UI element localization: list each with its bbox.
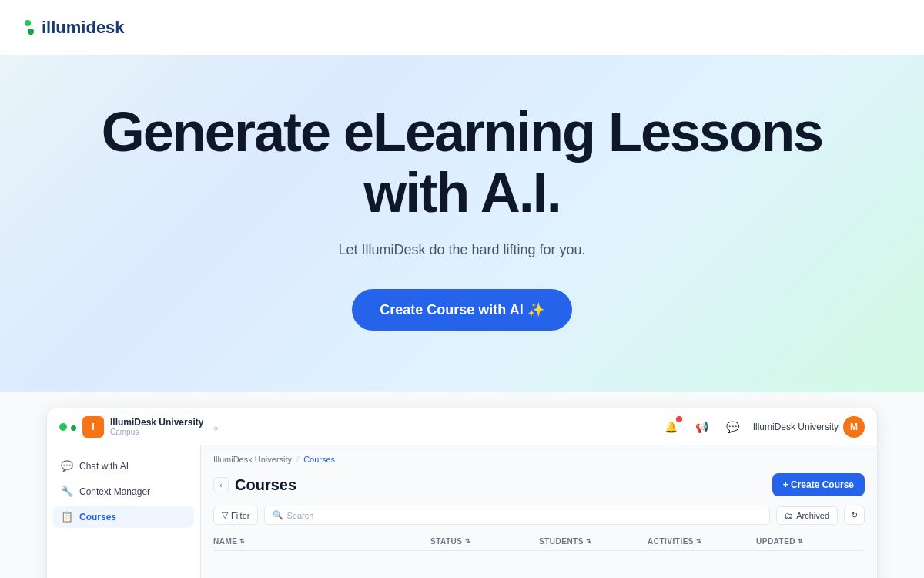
logo-text: illumidesk xyxy=(42,18,125,38)
create-course-hero-button[interactable]: Create Course with AI ✨ xyxy=(352,289,571,331)
app-topbar-left: I IllumiDesk University Campus ⬦ xyxy=(59,416,219,438)
user-area: IllumiDesk University M xyxy=(753,416,865,438)
app-body: 💬 Chat with AI 🔧 Context Manager 📋 Cours… xyxy=(47,445,877,578)
breadcrumb: IllumiDesk University / Courses xyxy=(213,455,865,464)
context-icon: 🔧 xyxy=(61,486,73,497)
filter-label: Filter xyxy=(231,511,249,520)
notifications-button[interactable]: 🔔 xyxy=(661,416,682,438)
breadcrumb-root: IllumiDesk University xyxy=(213,455,292,464)
create-course-button[interactable]: + Create Course xyxy=(772,473,865,496)
filter-button[interactable]: ▽ Filter xyxy=(213,506,258,525)
toolbar: ▽ Filter 🔍 Search 🗂 Archived ↻ xyxy=(213,506,865,525)
brand-initial: I xyxy=(82,416,104,438)
top-navigation: illumidesk xyxy=(0,0,924,55)
preview-window: I IllumiDesk University Campus ⬦ 🔔 📢 💬 I… xyxy=(46,408,878,578)
col-status[interactable]: STATUS ⇅ xyxy=(430,537,539,546)
chat-button[interactable]: 💬 xyxy=(722,416,744,438)
filter-icon: ▽ xyxy=(222,510,228,520)
brand-sub: Campus xyxy=(110,428,203,436)
col-activities[interactable]: ACTIVITIES ⇅ xyxy=(648,537,756,546)
app-dot-green xyxy=(59,423,67,431)
diamond-icon: ⬦ xyxy=(213,421,219,433)
hero-subtitle: Let IllumiDesk do the hard lifting for y… xyxy=(25,242,899,258)
page-title: Courses xyxy=(235,476,296,494)
sidebar-label-context: Context Manager xyxy=(79,486,150,497)
logo: illumidesk xyxy=(25,18,125,38)
col-students-label: STUDENTS xyxy=(539,537,584,546)
avatar[interactable]: M xyxy=(843,416,865,438)
search-box[interactable]: 🔍 Search xyxy=(264,506,770,525)
user-name: IllumiDesk University xyxy=(753,422,839,432)
col-activities-label: ACTIVITIES xyxy=(648,537,694,546)
app-preview-section: I IllumiDesk University Campus ⬦ 🔔 📢 💬 I… xyxy=(0,392,924,578)
breadcrumb-separator: / xyxy=(296,455,299,464)
sort-icon-students: ⇅ xyxy=(586,538,592,545)
col-status-label: STATUS xyxy=(430,537,463,546)
dot-bottom xyxy=(28,29,34,35)
search-placeholder: Search xyxy=(286,511,313,520)
brand-info: IllumiDesk University Campus xyxy=(110,417,203,436)
app-logo-icon xyxy=(59,423,76,431)
dot-top xyxy=(25,20,31,26)
sidebar-item-chat-with-ai[interactable]: 💬 Chat with AI xyxy=(53,455,194,477)
app-dot-dark-green xyxy=(71,425,76,431)
courses-icon: 📋 xyxy=(61,511,73,523)
archive-icon: 🗂 xyxy=(785,511,793,520)
sidebar-label-chat: Chat with AI xyxy=(79,461,129,472)
archived-label: Archived xyxy=(796,511,829,520)
col-name-label: NAME xyxy=(213,537,237,546)
sidebar-item-courses[interactable]: 📋 Courses xyxy=(53,506,194,528)
hero-title-line2: with A.I. xyxy=(363,162,560,223)
col-name[interactable]: NAME ⇅ xyxy=(213,537,430,546)
sidebar-item-context-manager[interactable]: 🔧 Context Manager xyxy=(53,480,194,502)
brand-name: IllumiDesk University xyxy=(110,417,203,428)
hero-title-line1: Generate eLearning Lessons xyxy=(102,101,822,163)
app-main-content: IllumiDesk University / Courses ‹ Course… xyxy=(201,445,877,578)
hero-section: Generate eLearning Lessons with A.I. Let… xyxy=(0,55,924,392)
feedback-button[interactable]: 📢 xyxy=(691,416,713,438)
sort-icon-status: ⇅ xyxy=(465,538,471,545)
col-students[interactable]: STUDENTS ⇅ xyxy=(539,537,648,546)
collapse-button[interactable]: ‹ xyxy=(213,477,229,492)
sidebar-label-courses: Courses xyxy=(79,512,116,523)
sort-icon-activities: ⇅ xyxy=(696,538,702,545)
search-icon: 🔍 xyxy=(273,510,283,520)
notification-badge xyxy=(676,416,682,422)
col-updated-label: UPDATED xyxy=(756,537,795,546)
table-header: NAME ⇅ STATUS ⇅ STUDENTS ⇅ ACTIVITIES ⇅ xyxy=(213,533,865,551)
sort-icon-updated: ⇅ xyxy=(798,538,804,545)
sort-icon-name: ⇅ xyxy=(239,538,246,545)
refresh-button[interactable]: ↻ xyxy=(844,506,865,525)
col-updated[interactable]: UPDATED ⇅ xyxy=(756,537,865,546)
main-header: ‹ Courses + Create Course xyxy=(213,473,865,496)
chat-icon: 💬 xyxy=(61,460,73,472)
app-sidebar: 💬 Chat with AI 🔧 Context Manager 📋 Cours… xyxy=(47,445,201,578)
app-topbar: I IllumiDesk University Campus ⬦ 🔔 📢 💬 I… xyxy=(47,408,877,445)
title-area: ‹ Courses xyxy=(213,476,296,494)
hero-title: Generate eLearning Lessons with A.I. xyxy=(25,102,899,223)
app-topbar-right: 🔔 📢 💬 IllumiDesk University M xyxy=(661,416,865,438)
logo-icon xyxy=(25,20,34,35)
archived-button[interactable]: 🗂 Archived xyxy=(776,506,838,525)
breadcrumb-current: Courses xyxy=(303,455,335,464)
